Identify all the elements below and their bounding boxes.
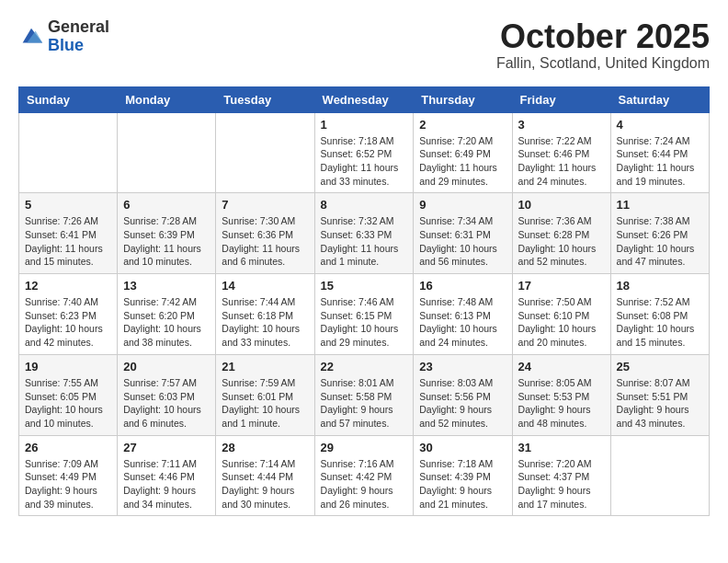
day-info: Sunrise: 7:48 AMSunset: 6:13 PMDaylight:… bbox=[419, 295, 506, 350]
header-tuesday: Tuesday bbox=[216, 86, 314, 112]
day-info: Sunrise: 7:14 AMSunset: 4:44 PMDaylight:… bbox=[222, 457, 308, 511]
logo-blue: Blue bbox=[48, 37, 109, 55]
day-info: Sunrise: 7:18 AMSunset: 4:39 PMDaylight:… bbox=[419, 457, 506, 511]
day-number: 21 bbox=[222, 360, 308, 373]
week-row-1: 1Sunrise: 7:18 AMSunset: 6:52 PMDaylight… bbox=[19, 112, 710, 193]
day-number: 26 bbox=[25, 441, 111, 454]
day-info: Sunrise: 7:44 AMSunset: 6:18 PMDaylight:… bbox=[222, 295, 308, 350]
week-row-2: 5Sunrise: 7:26 AMSunset: 6:41 PMDaylight… bbox=[19, 193, 710, 274]
day-number: 4 bbox=[617, 118, 703, 132]
day-info: Sunrise: 8:03 AMSunset: 5:56 PMDaylight:… bbox=[419, 376, 506, 431]
calendar-cell: 6Sunrise: 7:28 AMSunset: 6:39 PMDaylight… bbox=[118, 193, 216, 274]
calendar-cell: 19Sunrise: 7:55 AMSunset: 6:05 PMDayligh… bbox=[19, 354, 118, 435]
header-monday: Monday bbox=[118, 86, 216, 112]
day-number: 1 bbox=[321, 118, 408, 132]
week-row-5: 26Sunrise: 7:09 AMSunset: 4:49 PMDayligh… bbox=[19, 435, 710, 516]
calendar-cell: 24Sunrise: 8:05 AMSunset: 5:53 PMDayligh… bbox=[512, 354, 610, 435]
day-info: Sunrise: 7:24 AMSunset: 6:44 PMDaylight:… bbox=[617, 134, 703, 189]
day-info: Sunrise: 7:34 AMSunset: 6:31 PMDaylight:… bbox=[419, 214, 506, 269]
day-info: Sunrise: 7:36 AMSunset: 6:28 PMDaylight:… bbox=[518, 214, 605, 269]
day-number: 22 bbox=[321, 360, 408, 373]
title-block: October 2025 Fallin, Scotland, United Ki… bbox=[496, 18, 710, 72]
calendar-cell: 29Sunrise: 7:16 AMSunset: 4:42 PMDayligh… bbox=[314, 435, 414, 516]
day-number: 7 bbox=[222, 198, 308, 212]
calendar-cell bbox=[216, 112, 314, 193]
day-info: Sunrise: 7:26 AMSunset: 6:41 PMDaylight:… bbox=[25, 214, 111, 269]
calendar-cell: 31Sunrise: 7:20 AMSunset: 4:37 PMDayligh… bbox=[512, 435, 610, 516]
calendar-cell: 22Sunrise: 8:01 AMSunset: 5:58 PMDayligh… bbox=[314, 354, 414, 435]
calendar-cell: 30Sunrise: 7:18 AMSunset: 4:39 PMDayligh… bbox=[414, 435, 512, 516]
day-number: 23 bbox=[419, 360, 506, 373]
logo-general: General bbox=[48, 18, 109, 37]
day-number: 11 bbox=[617, 198, 703, 212]
day-number: 31 bbox=[518, 441, 605, 454]
day-info: Sunrise: 8:05 AMSunset: 5:53 PMDaylight:… bbox=[518, 376, 605, 431]
calendar-cell: 1Sunrise: 7:18 AMSunset: 6:52 PMDaylight… bbox=[314, 112, 414, 193]
calendar-cell: 13Sunrise: 7:42 AMSunset: 6:20 PMDayligh… bbox=[118, 274, 216, 355]
day-number: 28 bbox=[222, 441, 308, 454]
day-info: Sunrise: 7:32 AMSunset: 6:33 PMDaylight:… bbox=[321, 214, 408, 269]
calendar-cell: 27Sunrise: 7:11 AMSunset: 4:46 PMDayligh… bbox=[118, 435, 216, 516]
day-number: 18 bbox=[617, 279, 703, 293]
day-number: 9 bbox=[419, 198, 506, 212]
logo-text: General Blue bbox=[48, 18, 109, 55]
calendar-cell: 12Sunrise: 7:40 AMSunset: 6:23 PMDayligh… bbox=[19, 274, 118, 355]
calendar-cell: 3Sunrise: 7:22 AMSunset: 6:46 PMDaylight… bbox=[512, 112, 610, 193]
calendar-cell bbox=[118, 112, 216, 193]
calendar-cell: 9Sunrise: 7:34 AMSunset: 6:31 PMDaylight… bbox=[414, 193, 512, 274]
logo: General Blue bbox=[18, 18, 109, 55]
day-number: 3 bbox=[518, 118, 605, 132]
day-info: Sunrise: 7:50 AMSunset: 6:10 PMDaylight:… bbox=[518, 295, 605, 350]
calendar-cell bbox=[610, 435, 709, 516]
calendar-cell: 4Sunrise: 7:24 AMSunset: 6:44 PMDaylight… bbox=[610, 112, 709, 193]
calendar-title: October 2025 bbox=[496, 18, 710, 55]
calendar-cell: 16Sunrise: 7:48 AMSunset: 6:13 PMDayligh… bbox=[414, 274, 512, 355]
day-number: 15 bbox=[321, 279, 408, 293]
calendar-table: SundayMondayTuesdayWednesdayThursdayFrid… bbox=[18, 86, 710, 517]
week-row-4: 19Sunrise: 7:55 AMSunset: 6:05 PMDayligh… bbox=[19, 354, 710, 435]
day-info: Sunrise: 7:30 AMSunset: 6:36 PMDaylight:… bbox=[222, 214, 308, 269]
calendar-cell: 11Sunrise: 7:38 AMSunset: 6:26 PMDayligh… bbox=[610, 193, 709, 274]
day-number: 19 bbox=[25, 360, 111, 373]
logo-icon bbox=[18, 24, 44, 50]
calendar-cell: 7Sunrise: 7:30 AMSunset: 6:36 PMDaylight… bbox=[216, 193, 314, 274]
day-number: 5 bbox=[25, 198, 111, 212]
calendar-cell: 28Sunrise: 7:14 AMSunset: 4:44 PMDayligh… bbox=[216, 435, 314, 516]
day-number: 24 bbox=[518, 360, 605, 373]
calendar-cell: 21Sunrise: 7:59 AMSunset: 6:01 PMDayligh… bbox=[216, 354, 314, 435]
calendar-cell bbox=[19, 112, 118, 193]
day-number: 14 bbox=[222, 279, 308, 293]
calendar-cell: 25Sunrise: 8:07 AMSunset: 5:51 PMDayligh… bbox=[610, 354, 709, 435]
day-number: 12 bbox=[25, 279, 111, 293]
day-info: Sunrise: 7:22 AMSunset: 6:46 PMDaylight:… bbox=[518, 134, 605, 189]
calendar-cell: 23Sunrise: 8:03 AMSunset: 5:56 PMDayligh… bbox=[414, 354, 512, 435]
day-info: Sunrise: 7:16 AMSunset: 4:42 PMDaylight:… bbox=[321, 457, 408, 511]
calendar-cell: 20Sunrise: 7:57 AMSunset: 6:03 PMDayligh… bbox=[118, 354, 216, 435]
day-number: 8 bbox=[321, 198, 408, 212]
day-info: Sunrise: 7:42 AMSunset: 6:20 PMDaylight:… bbox=[123, 295, 210, 350]
day-number: 20 bbox=[123, 360, 210, 373]
day-number: 16 bbox=[419, 279, 506, 293]
day-number: 27 bbox=[123, 441, 210, 454]
day-number: 17 bbox=[518, 279, 605, 293]
day-info: Sunrise: 7:55 AMSunset: 6:05 PMDaylight:… bbox=[25, 376, 111, 431]
day-info: Sunrise: 7:57 AMSunset: 6:03 PMDaylight:… bbox=[123, 376, 210, 431]
day-number: 30 bbox=[419, 441, 506, 454]
day-info: Sunrise: 7:40 AMSunset: 6:23 PMDaylight:… bbox=[25, 295, 111, 350]
day-info: Sunrise: 7:28 AMSunset: 6:39 PMDaylight:… bbox=[123, 214, 210, 269]
header-friday: Friday bbox=[512, 86, 610, 112]
day-info: Sunrise: 7:20 AMSunset: 4:37 PMDaylight:… bbox=[518, 457, 605, 511]
day-info: Sunrise: 8:01 AMSunset: 5:58 PMDaylight:… bbox=[321, 376, 408, 431]
calendar-cell: 14Sunrise: 7:44 AMSunset: 6:18 PMDayligh… bbox=[216, 274, 314, 355]
day-number: 2 bbox=[419, 118, 506, 132]
week-row-3: 12Sunrise: 7:40 AMSunset: 6:23 PMDayligh… bbox=[19, 274, 710, 355]
calendar-cell: 5Sunrise: 7:26 AMSunset: 6:41 PMDaylight… bbox=[19, 193, 118, 274]
header-sunday: Sunday bbox=[19, 86, 118, 112]
day-info: Sunrise: 7:59 AMSunset: 6:01 PMDaylight:… bbox=[222, 376, 308, 431]
calendar-header-row: SundayMondayTuesdayWednesdayThursdayFrid… bbox=[19, 86, 710, 112]
page-header: General Blue October 2025 Fallin, Scotla… bbox=[18, 18, 710, 72]
day-info: Sunrise: 7:11 AMSunset: 4:46 PMDaylight:… bbox=[123, 457, 210, 511]
day-number: 10 bbox=[518, 198, 605, 212]
day-info: Sunrise: 7:09 AMSunset: 4:49 PMDaylight:… bbox=[25, 457, 111, 511]
calendar-cell: 26Sunrise: 7:09 AMSunset: 4:49 PMDayligh… bbox=[19, 435, 118, 516]
